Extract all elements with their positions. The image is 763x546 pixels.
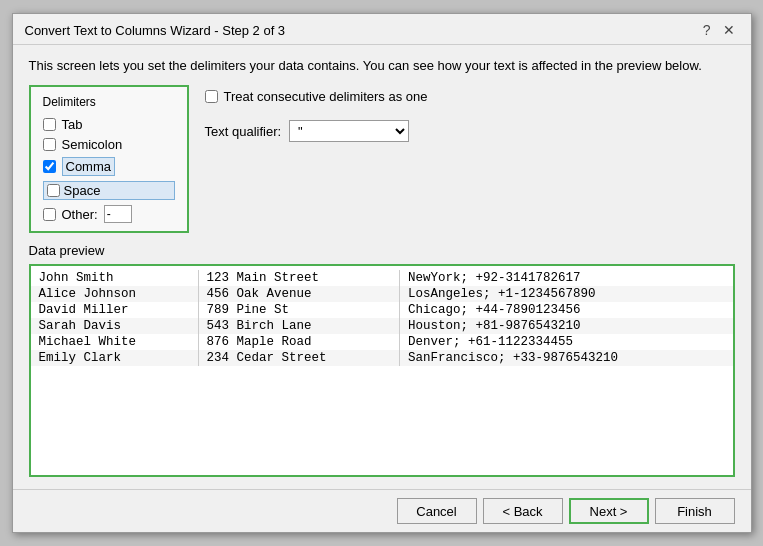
comma-label: Comma (66, 159, 112, 174)
preview-title: Data preview (29, 243, 735, 258)
preview-table: John Smith123 Main StreetNewYork; +92-31… (31, 270, 733, 366)
other-row: Other: (43, 205, 175, 223)
consecutive-checkbox[interactable] (205, 90, 218, 103)
table-cell: 234 Cedar Street (198, 350, 399, 366)
table-cell: Alice Johnson (31, 286, 199, 302)
cancel-button[interactable]: Cancel (397, 498, 477, 524)
space-row: Space (43, 181, 175, 200)
next-button[interactable]: Next > (569, 498, 649, 524)
tab-row: Tab (43, 117, 175, 132)
other-input[interactable] (104, 205, 132, 223)
comma-highlight: Comma (62, 157, 116, 176)
table-cell: LosAngeles; +1-1234567890 (400, 286, 733, 302)
space-checkbox[interactable] (47, 184, 60, 197)
table-cell: Michael White (31, 334, 199, 350)
table-cell: 789 Pine St (198, 302, 399, 318)
table-row: Michael White876 Maple RoadDenver; +61-1… (31, 334, 733, 350)
other-checkbox[interactable] (43, 208, 56, 221)
right-options: Treat consecutive delimiters as one Text… (205, 85, 735, 233)
dialog-title: Convert Text to Columns Wizard - Step 2 … (25, 23, 286, 38)
tab-checkbox[interactable] (43, 118, 56, 131)
content-area: This screen lets you set the delimiters … (13, 45, 751, 489)
description-text: This screen lets you set the delimiters … (29, 57, 735, 75)
table-cell: Denver; +61-1122334455 (400, 334, 733, 350)
qualifier-label: Text qualifier: (205, 124, 282, 139)
table-cell: 543 Birch Lane (198, 318, 399, 334)
semicolon-row: Semicolon (43, 137, 175, 152)
qualifier-row: Text qualifier: " (205, 120, 735, 142)
tab-label: Tab (62, 117, 83, 132)
table-cell: 876 Maple Road (198, 334, 399, 350)
table-cell: 456 Oak Avenue (198, 286, 399, 302)
table-row: David Miller789 Pine StChicago; +44-7890… (31, 302, 733, 318)
main-area: Delimiters Tab Semicolon Comma (29, 85, 735, 233)
table-row: Emily Clark234 Cedar StreetSanFrancisco;… (31, 350, 733, 366)
table-cell: NewYork; +92-3141782617 (400, 270, 733, 286)
table-cell: 123 Main Street (198, 270, 399, 286)
table-cell: Emily Clark (31, 350, 199, 366)
table-cell: Chicago; +44-7890123456 (400, 302, 733, 318)
button-bar: Cancel < Back Next > Finish (13, 489, 751, 532)
table-cell: Houston; +81-9876543210 (400, 318, 733, 334)
table-cell: John Smith (31, 270, 199, 286)
title-bar: Convert Text to Columns Wizard - Step 2 … (13, 14, 751, 45)
dialog: Convert Text to Columns Wizard - Step 2 … (12, 13, 752, 533)
qualifier-select[interactable]: " (289, 120, 409, 142)
preview-table-container: John Smith123 Main StreetNewYork; +92-31… (29, 264, 735, 477)
help-button[interactable]: ? (699, 22, 715, 38)
delimiters-section: Delimiters Tab Semicolon Comma (29, 85, 189, 233)
consecutive-row: Treat consecutive delimiters as one (205, 89, 735, 104)
table-cell: David Miller (31, 302, 199, 318)
table-cell: Sarah Davis (31, 318, 199, 334)
semicolon-label: Semicolon (62, 137, 123, 152)
preview-section: Data preview John Smith123 Main StreetNe… (29, 243, 735, 477)
comma-checkbox[interactable] (43, 160, 56, 173)
space-label: Space (64, 183, 101, 198)
table-row: Alice Johnson456 Oak AvenueLosAngeles; +… (31, 286, 733, 302)
table-row: John Smith123 Main StreetNewYork; +92-31… (31, 270, 733, 286)
back-button[interactable]: < Back (483, 498, 563, 524)
comma-row: Comma (43, 157, 175, 176)
table-row: Sarah Davis543 Birch LaneHouston; +81-98… (31, 318, 733, 334)
title-bar-controls: ? ✕ (699, 22, 739, 38)
table-cell: SanFrancisco; +33-9876543210 (400, 350, 733, 366)
consecutive-label: Treat consecutive delimiters as one (224, 89, 428, 104)
semicolon-checkbox[interactable] (43, 138, 56, 151)
other-label: Other: (62, 207, 98, 222)
delimiters-title: Delimiters (43, 95, 175, 109)
close-button[interactable]: ✕ (719, 22, 739, 38)
finish-button[interactable]: Finish (655, 498, 735, 524)
